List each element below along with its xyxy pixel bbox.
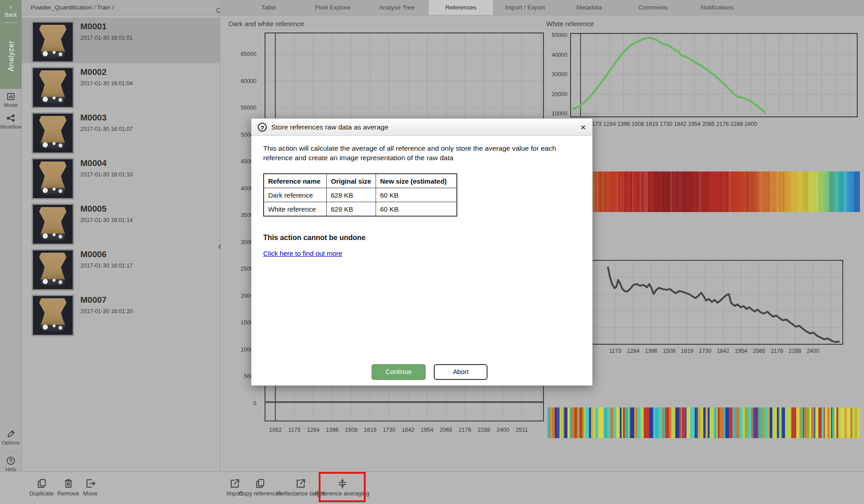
sample-row-m0004[interactable]: M0004 2017-01-30 16:01:10	[22, 154, 220, 200]
y-axis-tick: 20000	[540, 91, 567, 97]
sample-timestamp: 2017-01-30 16:01:10	[80, 171, 133, 178]
dialog-title: Store references raw data as average	[271, 123, 388, 131]
sample-row-m0007[interactable]: M0007 2017-01-30 16:01:20	[22, 291, 220, 337]
x-axis-tick: 1396	[326, 427, 339, 433]
help-icon	[6, 456, 16, 466]
y-axis-tick: 65000	[229, 51, 256, 57]
tab-pixel-explore[interactable]: Pixel Explore	[301, 0, 365, 15]
white-reference-plot[interactable]	[570, 33, 858, 117]
sample-row-m0002[interactable]: M0002 2017-01-30 16:01:04	[22, 63, 220, 109]
close-icon[interactable]: ×	[581, 123, 586, 132]
sample-thumbnail	[32, 21, 74, 63]
dark-reference-raw-image-strip	[548, 407, 860, 438]
bottom-toolbar: Visualize corrected reflectance target V…	[0, 472, 864, 504]
y-axis-tick: 0	[229, 400, 256, 407]
x-axis-tick: 1619	[364, 427, 376, 433]
x-axis-tick: 1842	[402, 427, 414, 433]
question-circle-icon[interactable]: ?	[258, 123, 267, 132]
table-cell: 60 KB	[376, 188, 457, 202]
pencil-icon	[0, 429, 22, 439]
x-axis-tick: 1842	[717, 348, 729, 354]
x-axis-tick: 2400	[744, 121, 757, 127]
tab-table[interactable]: Table	[237, 0, 301, 15]
tab-analyse-tree[interactable]: Analyse Tree	[365, 0, 429, 15]
sample-thumbnail	[32, 67, 74, 108]
x-axis-tick: 2400	[807, 348, 819, 354]
sample-thumbnail	[32, 295, 74, 336]
sample-timestamp: 2017-01-30 16:01:14	[80, 217, 133, 223]
model-icon	[6, 92, 16, 102]
x-axis-tick: 1954	[735, 348, 748, 354]
divider	[4, 23, 18, 23]
workflow-icon	[0, 113, 22, 123]
x-axis-tick: 1284	[603, 121, 616, 127]
table-cell: 628 KB	[327, 202, 376, 217]
sample-row-m0003[interactable]: M0003 2017-01-30 16:01:07	[22, 109, 220, 154]
sidebar-item-help[interactable]: Help	[0, 456, 22, 472]
back-button[interactable]: Back	[0, 12, 22, 18]
model-icon	[0, 92, 22, 102]
table-cell: White reference	[264, 202, 327, 217]
sample-row-m0005[interactable]: M0005 2017-01-30 16:01:14	[22, 200, 220, 245]
x-axis-tick: 1508	[663, 348, 675, 354]
sample-id: M0007	[80, 295, 133, 305]
back-chevron-icon[interactable]: ‹	[0, 3, 22, 12]
analyzer-section[interactable]: ‹ Back Analyzer	[0, 0, 22, 89]
y-axis-tick: 40000	[540, 52, 567, 58]
table-row: Dark reference628 KB60 KB	[264, 188, 457, 202]
breadcrumb[interactable]: Powder_Quantification / Train /	[31, 4, 114, 11]
x-axis-tick: 2065	[753, 348, 765, 354]
x-axis-tick: 2065	[702, 121, 715, 127]
x-axis-tick: 1508	[345, 427, 358, 433]
x-axis-tick: 1954	[421, 427, 433, 433]
abort-button[interactable]: Abort	[434, 364, 488, 380]
sample-timestamp: 2017-01-30 16:01:20	[80, 308, 133, 314]
panel-collapse-handle[interactable]: ‹	[218, 242, 221, 251]
find-out-more-link[interactable]: Click here to find out more	[263, 250, 581, 257]
left-chart-title: Dark and white reference	[228, 20, 304, 28]
x-axis-tick: 2288	[730, 121, 743, 127]
sample-id: M0003	[80, 113, 133, 123]
sample-thumbnail	[32, 158, 74, 199]
x-axis-tick: 2176	[459, 427, 471, 433]
tab-bar: TablePixel ExploreAnalyse TreeReferences…	[220, 0, 864, 15]
x-axis-tick: 1730	[699, 348, 711, 354]
continue-button[interactable]: Continue	[372, 364, 426, 380]
sample-thumbnail	[32, 112, 74, 154]
sample-id: M0004	[80, 158, 133, 168]
sidebar-item-workflow[interactable]: Workflow	[0, 113, 22, 129]
table-cell: 628 KB	[327, 188, 376, 202]
x-axis-tick: 2288	[789, 348, 801, 354]
tab-metadata[interactable]: Metadata	[557, 0, 621, 15]
x-axis-tick: 1730	[660, 121, 673, 127]
table-header: Original size	[327, 174, 376, 188]
x-axis-tick: 1173	[609, 348, 622, 354]
sample-row-m0006[interactable]: M0006 2017-01-30 16:01:17	[22, 245, 220, 291]
tab-notifications[interactable]: Notifications	[685, 0, 749, 15]
export-icon	[295, 478, 307, 489]
sidebar-item-model[interactable]: Model	[0, 92, 22, 108]
x-axis-tick: 1284	[627, 348, 640, 354]
help-icon	[0, 456, 22, 466]
tab-references[interactable]: References	[429, 0, 493, 15]
analyzer-tab[interactable]: Analyzer	[0, 26, 22, 86]
x-axis-tick: 1619	[646, 121, 658, 127]
app-window: ‹ Back Analyzer Model Workflow Options H…	[0, 0, 864, 504]
sidebar: ‹ Back Analyzer Model Workflow Options H…	[0, 0, 22, 504]
tool-move[interactable]: Move	[61, 478, 120, 497]
sidebar-item-options[interactable]: Options	[0, 429, 22, 445]
workflow-icon	[6, 113, 16, 123]
dialog-description: This action will calculate the average o…	[263, 143, 581, 162]
x-axis-tick: 1730	[383, 427, 395, 433]
store-references-dialog: ? Store references raw data as average ×…	[251, 118, 593, 386]
table-cell: 60 KB	[376, 202, 457, 217]
sample-thumbnail	[32, 249, 74, 291]
sample-row-m0001[interactable]: M0001 2017-01-30 16:01:01	[22, 18, 220, 63]
sample-timestamp: 2017-01-30 16:01:04	[80, 80, 133, 87]
tab-comments[interactable]: Comments	[621, 0, 685, 15]
pencil-icon	[6, 429, 16, 439]
table-cell: Dark reference	[264, 188, 327, 202]
dialog-body: This action will calculate the average o…	[251, 136, 592, 265]
tab-import-export[interactable]: Import / Export	[493, 0, 557, 15]
sample-panel: Powder_Quantification / Train / M0001 20…	[22, 0, 220, 472]
